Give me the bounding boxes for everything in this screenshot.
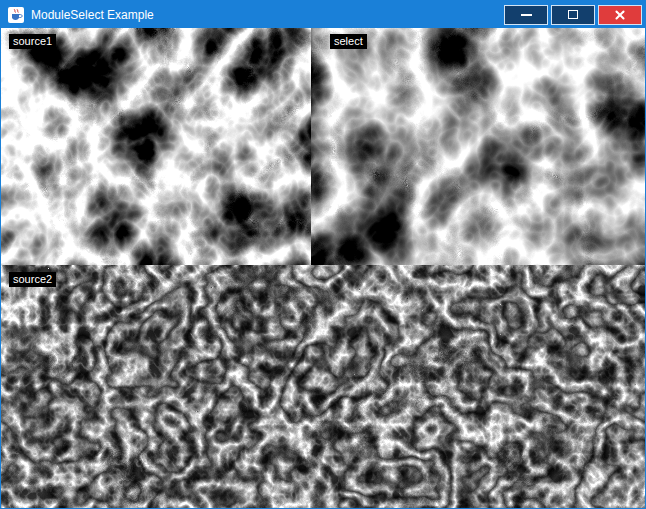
window-title: ModuleSelect Example (31, 8, 154, 22)
java-app-icon (8, 7, 24, 23)
label-select: select (330, 34, 367, 49)
noise-render-area: source1 select source2 (1, 28, 645, 508)
maximize-icon (568, 10, 578, 19)
source1-noise-image (1, 28, 311, 265)
label-source2: source2 (9, 272, 56, 287)
close-button[interactable] (598, 5, 642, 25)
maximize-button[interactable] (551, 5, 595, 25)
minimize-icon (521, 14, 532, 16)
window-controls (504, 5, 645, 25)
minimize-button[interactable] (504, 5, 548, 25)
app-window: ModuleSelect Example (0, 0, 646, 509)
titlebar[interactable]: ModuleSelect Example (1, 1, 645, 28)
close-icon (614, 9, 626, 21)
source2-noise-image (1, 265, 645, 508)
label-source1: source1 (9, 34, 56, 49)
